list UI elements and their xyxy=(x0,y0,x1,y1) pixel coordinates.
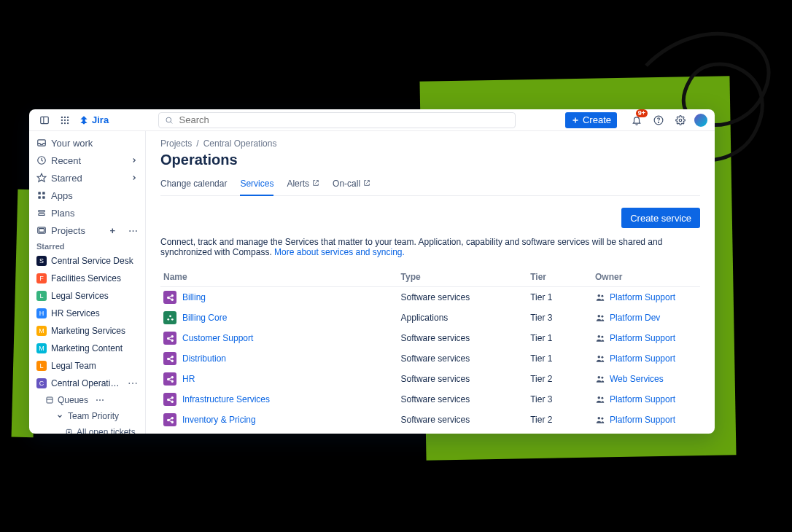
service-name-link[interactable]: Distribution xyxy=(182,353,226,364)
more-icon[interactable]: ⋯ xyxy=(128,225,138,236)
svg-point-10 xyxy=(67,122,69,123)
service-owner-link[interactable]: Platform Support xyxy=(610,415,675,425)
service-name-link[interactable]: HR xyxy=(182,374,195,384)
create-service-button[interactable]: Create service xyxy=(621,208,700,228)
project-icon: C xyxy=(36,378,47,388)
service-owner-link[interactable]: Platform Support xyxy=(610,394,675,404)
svg-point-49 xyxy=(601,295,603,297)
service-type: Software services xyxy=(398,348,528,369)
service-owner-link[interactable]: Platform Dev xyxy=(610,313,660,323)
search-input[interactable] xyxy=(178,114,509,126)
help-icon xyxy=(653,115,664,125)
sidebar-item-projects[interactable]: Projects+⋯ xyxy=(29,222,145,239)
team-label: Team Priority xyxy=(68,411,119,421)
service-type: Applications xyxy=(398,308,528,328)
sidebar-project-legal-team[interactable]: LLegal Team xyxy=(29,357,145,375)
sidebar-tree-team[interactable]: Team Priority xyxy=(29,408,145,424)
helper-link[interactable]: More about services and syncing. xyxy=(274,247,405,257)
team-icon xyxy=(595,374,605,384)
star-icon xyxy=(36,173,47,183)
table-row: DistributionSoftware servicesTier 1Platf… xyxy=(160,348,700,369)
sidebar-item-plans[interactable]: Plans xyxy=(29,204,145,222)
service-name-link[interactable]: Infrastructure Services xyxy=(182,394,270,404)
svg-rect-26 xyxy=(39,214,44,215)
project-label: Marketing Services xyxy=(51,326,138,336)
queues-more-icon[interactable]: ⋯ xyxy=(96,395,104,405)
sidebar-item-starred[interactable]: Starred xyxy=(29,169,145,187)
sidebar: Your workRecentStarredAppsPlansProjects+… xyxy=(29,131,146,434)
help-button[interactable] xyxy=(651,112,667,128)
tab-services[interactable]: Services xyxy=(240,174,273,196)
service-name-link[interactable]: Customer Support xyxy=(182,333,253,343)
sidebar-project-facilities-services[interactable]: FFacilities Services xyxy=(29,270,145,287)
table-row: MobileSoftware servicesTier 2Mobile Dev xyxy=(160,430,700,434)
sidebar-tree-queues[interactable]: Queues ⋯ xyxy=(29,392,145,408)
sidebar-project-central-operations[interactable]: CCentral Operations⋯ xyxy=(29,375,145,392)
service-owner-link[interactable]: Platform Support xyxy=(610,333,675,343)
sidebar-project-marketing-content[interactable]: MMarketing Content xyxy=(29,340,145,357)
add-project-icon[interactable]: + xyxy=(109,225,115,236)
project-label: Facilities Services xyxy=(51,273,138,283)
service-owner-link[interactable]: Web Services xyxy=(610,374,664,384)
service-tier: Tier 1 xyxy=(527,348,592,369)
col-type[interactable]: Type xyxy=(398,267,528,287)
clock-icon xyxy=(36,155,47,165)
breadcrumb-current[interactable]: Central Operations xyxy=(203,138,277,149)
svg-point-74 xyxy=(597,376,600,379)
tab-change-calendar[interactable]: Change calendar xyxy=(160,174,227,196)
svg-point-2 xyxy=(61,116,63,117)
app-logo[interactable]: Jira xyxy=(79,114,109,125)
queue-icon xyxy=(45,396,54,404)
breadcrumb-root[interactable]: Projects xyxy=(160,138,192,149)
chevron-right-icon xyxy=(131,173,138,184)
tab-label: Alerts xyxy=(287,179,309,189)
service-tier: Tier 2 xyxy=(527,369,592,389)
project-icon: L xyxy=(36,291,47,301)
col-owner[interactable]: Owner xyxy=(592,267,700,287)
sidebar-project-central-service-desk[interactable]: SCentral Service Desk xyxy=(29,252,145,270)
gear-icon xyxy=(675,115,686,125)
sidebar-item-your-work[interactable]: Your work xyxy=(29,134,145,152)
app-switcher-button[interactable] xyxy=(57,112,73,128)
global-search[interactable] xyxy=(158,112,516,128)
project-icon: L xyxy=(36,361,47,371)
svg-rect-21 xyxy=(38,192,41,195)
svg-rect-25 xyxy=(39,211,44,212)
col-name[interactable]: Name xyxy=(160,267,398,287)
table-row: Billing CoreApplicationsTier 3Platform D… xyxy=(160,308,700,328)
service-icon xyxy=(163,372,176,386)
sidebar-project-legal-services[interactable]: LLegal Services xyxy=(29,287,145,305)
service-tier: Tier 3 xyxy=(527,389,592,410)
project-more-icon[interactable]: ⋯ xyxy=(128,378,138,388)
service-owner-link[interactable]: Platform Support xyxy=(610,353,675,364)
svg-point-81 xyxy=(597,396,600,399)
service-tier: Tier 2 xyxy=(527,410,592,430)
tray-icon xyxy=(36,138,47,148)
user-avatar[interactable] xyxy=(694,114,707,127)
sidebar-leaf-all-open-tickets[interactable]: All open tickets xyxy=(29,424,145,434)
svg-marker-20 xyxy=(37,173,46,181)
service-name-link[interactable]: Billing xyxy=(182,292,206,302)
tab-on-call[interactable]: On-call xyxy=(333,174,370,196)
service-icon xyxy=(163,332,176,345)
create-button[interactable]: Create xyxy=(565,112,617,128)
tab-alerts[interactable]: Alerts xyxy=(287,174,319,196)
tab-label: Services xyxy=(240,179,273,189)
settings-button[interactable] xyxy=(672,112,688,128)
svg-line-73 xyxy=(168,379,171,380)
sidebar-item-recent[interactable]: Recent xyxy=(29,152,145,169)
notifications-button[interactable]: 9+ xyxy=(629,112,645,128)
sidebar-project-hr-services[interactable]: HHR Services xyxy=(29,305,145,322)
svg-line-12 xyxy=(171,122,172,123)
panel-toggle-button[interactable] xyxy=(36,112,53,128)
service-name-link[interactable]: Billing Core xyxy=(182,313,227,323)
sidebar-project-marketing-services[interactable]: MMarketing Services xyxy=(29,322,145,340)
service-owner-link[interactable]: Platform Support xyxy=(610,292,675,302)
svg-point-8 xyxy=(61,122,63,123)
service-name-link[interactable]: Inventory & Pricing xyxy=(182,415,256,425)
sidebar-item-apps[interactable]: Apps xyxy=(29,187,145,204)
svg-rect-31 xyxy=(66,429,71,434)
col-tier[interactable]: Tier xyxy=(527,267,592,287)
notifications-badge: 9+ xyxy=(636,109,648,117)
svg-line-80 xyxy=(168,399,171,401)
